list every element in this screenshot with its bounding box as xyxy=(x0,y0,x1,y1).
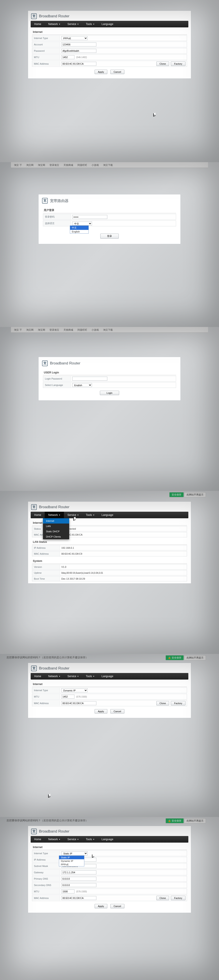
browser-tabs: 淘宝·下 淘宝网 淘宝网 登录海宝 天猫商城 阿里旺旺 小游戏 淘宝下载 xyxy=(11,162,208,168)
mtu-input[interactable] xyxy=(61,55,75,59)
clone-button[interactable]: Clone xyxy=(156,896,169,900)
tab-item[interactable]: 淘宝下载 xyxy=(101,328,115,332)
option-static-ip[interactable]: Static IP xyxy=(59,856,84,859)
internet-type-select[interactable]: Static IP xyxy=(61,851,87,855)
nav-tools[interactable]: Tools▼ xyxy=(83,512,98,518)
nav-network[interactable]: Network▼ xyxy=(45,836,64,843)
nav-service[interactable]: Service▼ xyxy=(64,21,83,27)
nav-network[interactable]: Network▼ xyxy=(45,673,64,679)
language-option-chinese[interactable]: 中文 xyxy=(70,226,89,230)
option-pppoe[interactable]: PPPoE xyxy=(59,863,84,866)
cancel-button[interactable]: Cancel xyxy=(110,709,124,714)
nav-tools[interactable]: Tools▼ xyxy=(83,21,98,27)
dns2-input[interactable] xyxy=(61,883,96,887)
option-dynamic-ip[interactable]: Dynamic IP xyxy=(59,859,84,863)
no-prompt-button[interactable]: 此网站不再提示 xyxy=(184,818,206,823)
mac-value: 00:E0:4C:81:D8:C9 xyxy=(60,552,187,556)
row-password: Password xyxy=(32,48,187,54)
apply-button[interactable]: Apply xyxy=(95,70,107,74)
row-mac: MAC Address Clone Factory xyxy=(32,895,187,901)
account-input[interactable] xyxy=(61,43,96,46)
factory-button[interactable]: Factory xyxy=(171,62,186,66)
dropdown-dhcp-clients[interactable]: DHCP Clients xyxy=(43,534,69,539)
nav-tools[interactable]: Tools▼ xyxy=(83,673,98,679)
language-option-english[interactable]: English xyxy=(70,230,89,233)
no-prompt-button[interactable]: 此网站不再提示 xyxy=(184,492,206,497)
tab-item[interactable]: 淘宝下载 xyxy=(101,162,115,168)
nav-language[interactable]: Language xyxy=(98,836,117,843)
mac-input[interactable] xyxy=(61,701,96,705)
dropdown-internet[interactable]: Internet xyxy=(43,518,69,523)
password-input[interactable] xyxy=(61,49,96,53)
factory-button[interactable]: Factory xyxy=(171,701,186,705)
network-dropdown: Internet LAN Static DHCP DHCP Clients xyxy=(43,518,69,539)
dns1-input[interactable] xyxy=(61,877,96,881)
row-account: Account xyxy=(32,41,187,47)
brand: 宽 Broadband Router xyxy=(31,828,188,836)
row-select-language: Select Language English xyxy=(43,382,176,388)
dropdown-static-dhcp[interactable]: Static DHCP xyxy=(43,529,69,534)
cancel-button[interactable]: Cancel xyxy=(110,904,124,908)
gateway-input[interactable] xyxy=(61,870,96,874)
browser-statusbar: 安全保存 此网站不再提示 xyxy=(169,492,206,497)
login-password-input[interactable] xyxy=(72,377,107,381)
tab-item[interactable]: 淘宝·下 xyxy=(12,162,24,168)
mac-input[interactable] xyxy=(61,62,96,66)
internet-type-select[interactable]: PPPoE xyxy=(61,36,87,40)
tab-item[interactable]: 登录海宝 xyxy=(47,162,61,168)
apply-button[interactable]: Apply xyxy=(95,904,107,908)
apply-button[interactable]: Apply xyxy=(95,709,107,714)
row-internet-type: Internet Type Dynamic IP xyxy=(32,687,187,693)
tab-item[interactable]: 阿里旺旺 xyxy=(75,328,89,332)
nav-tools[interactable]: Tools▼ xyxy=(83,836,98,843)
brand-logo-icon: 宽 xyxy=(31,504,37,510)
tab-item[interactable]: 淘宝网 xyxy=(36,162,47,168)
nav-service[interactable]: Service▼ xyxy=(64,512,83,518)
tab-item[interactable]: 阿里旺旺 xyxy=(75,162,89,168)
mtu-input[interactable] xyxy=(61,695,75,698)
tab-item[interactable]: 淘宝·下 xyxy=(12,328,24,332)
login-button[interactable]: 登录 xyxy=(100,234,119,239)
nav-network[interactable]: Network▼ xyxy=(45,512,64,518)
language-select[interactable]: 中文 xyxy=(72,221,92,226)
row-dns2: Secondary DNS xyxy=(32,882,187,888)
nav-home[interactable]: Home xyxy=(31,673,45,679)
mtu-input[interactable] xyxy=(61,889,75,893)
mouse-cursor-icon xyxy=(153,113,156,118)
clone-button[interactable]: Clone xyxy=(156,701,169,705)
nav-language[interactable]: Language xyxy=(98,673,117,679)
tab-item[interactable]: 登录海宝 xyxy=(47,328,61,332)
clone-button[interactable]: Clone xyxy=(156,62,169,66)
no-prompt-button[interactable]: 此网站不再提示 xyxy=(184,655,206,660)
mac-input[interactable] xyxy=(61,896,96,900)
cancel-button[interactable]: Cancel xyxy=(110,70,124,74)
language-select[interactable]: English xyxy=(72,383,92,387)
tab-item[interactable]: 天猫商城 xyxy=(61,162,75,168)
tab-item[interactable]: 淘宝网 xyxy=(24,328,36,332)
nav-network[interactable]: Network▼ xyxy=(45,21,64,27)
nav-language[interactable]: Language xyxy=(98,21,117,27)
brand-title: 宽带路由器 xyxy=(50,198,68,204)
tab-item[interactable]: 小游戏 xyxy=(89,162,101,168)
tab-item[interactable]: 小游戏 xyxy=(89,328,101,332)
tab-item[interactable]: 淘宝网 xyxy=(36,328,47,332)
brand-title: Broadband Router xyxy=(39,505,70,509)
dropdown-lan[interactable]: LAN xyxy=(43,523,69,529)
login-button[interactable]: Login xyxy=(100,391,119,395)
nav-language[interactable]: Language xyxy=(98,512,117,518)
row-boot-time: Boot TimeDec 13 2017 08:10:29 xyxy=(32,576,187,581)
nav-home[interactable]: Home xyxy=(31,512,45,518)
nav-service[interactable]: Service▼ xyxy=(64,673,83,679)
nav-home[interactable]: Home xyxy=(31,21,45,27)
save-password-button[interactable]: 安全保存 xyxy=(169,492,184,497)
factory-button[interactable]: Factory xyxy=(171,896,186,900)
brand-title: Broadband Router xyxy=(39,14,70,18)
save-password-button[interactable]: 🔒 安全保存 xyxy=(165,818,184,823)
tab-item[interactable]: 淘宝网 xyxy=(24,162,36,168)
nav-service[interactable]: Service▼ xyxy=(64,836,83,843)
tab-item[interactable]: 天猫商城 xyxy=(61,328,75,332)
internet-type-select[interactable]: Dynamic IP xyxy=(61,688,87,692)
save-password-button[interactable]: 🔒 安全保存 xyxy=(165,655,184,660)
login-password-input[interactable] xyxy=(72,215,107,219)
nav-home[interactable]: Home xyxy=(31,836,45,843)
